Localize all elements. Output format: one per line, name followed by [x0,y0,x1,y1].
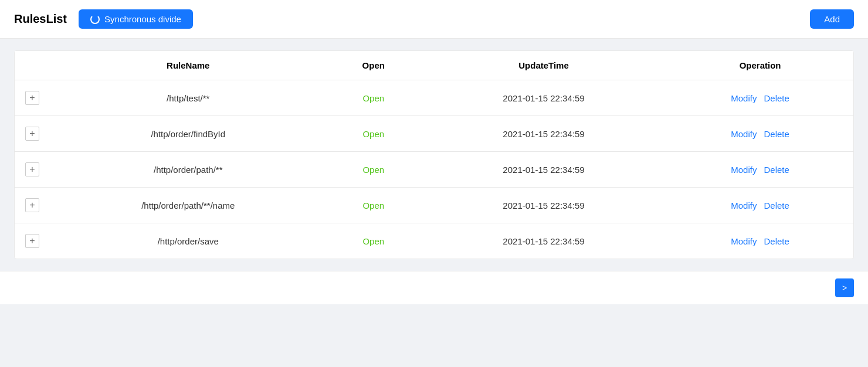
rules-table: RuleName Open UpdateTime Operation + /ht… [15,51,853,259]
status-badge: Open [362,129,384,139]
expand-cell: + [15,188,50,223]
open-cell: Open [327,80,421,116]
add-button[interactable]: Add [810,9,854,29]
col-expand [15,51,50,80]
delete-link[interactable]: Delete [764,129,789,139]
rulename-cell: /http/order/save [50,223,327,259]
sync-button[interactable]: Synchronous divide [79,9,193,29]
delete-link[interactable]: Delete [764,201,789,210]
table-row: + /http/order/save Open 2021-01-15 22:34… [15,223,853,259]
modify-link[interactable]: Modify [731,129,757,139]
status-badge: Open [362,236,384,246]
open-cell: Open [327,188,421,223]
sync-button-label: Synchronous divide [104,14,181,24]
rules-table-wrapper: RuleName Open UpdateTime Operation + /ht… [14,50,854,259]
col-rulename: RuleName [50,51,327,80]
table-header: RuleName Open UpdateTime Operation [15,51,853,80]
open-cell: Open [327,116,421,152]
operation-cell: Modify Delete [667,116,853,152]
open-cell: Open [327,223,421,259]
operation-cell: Modify Delete [667,80,853,116]
expand-button[interactable]: + [25,127,39,141]
expand-cell: + [15,116,50,152]
modify-link[interactable]: Modify [731,236,757,246]
expand-cell: + [15,80,50,116]
expand-cell: + [15,152,50,188]
updatetime-cell: 2021-01-15 22:34:59 [421,80,667,116]
col-open: Open [327,51,421,80]
updatetime-cell: 2021-01-15 22:34:59 [421,116,667,152]
updatetime-cell: 2021-01-15 22:34:59 [421,223,667,259]
modify-link[interactable]: Modify [731,201,757,210]
status-badge: Open [362,165,384,175]
sync-icon [90,15,100,24]
table-row: + /http/order/path/** Open 2021-01-15 22… [15,152,853,188]
operation-cell: Modify Delete [667,223,853,259]
content-area: RuleName Open UpdateTime Operation + /ht… [0,39,868,271]
pagination-next-button[interactable]: > [835,278,854,297]
open-cell: Open [327,152,421,188]
rulename-cell: /http/order/findById [50,116,327,152]
updatetime-cell: 2021-01-15 22:34:59 [421,188,667,223]
table-row: + /http/order/findById Open 2021-01-15 2… [15,116,853,152]
rulename-cell: /http/test/** [50,80,327,116]
delete-link[interactable]: Delete [764,93,789,103]
col-operation: Operation [667,51,853,80]
operation-cell: Modify Delete [667,152,853,188]
table-body: + /http/test/** Open 2021-01-15 22:34:59… [15,80,853,259]
delete-link[interactable]: Delete [764,236,789,246]
col-updatetime: UpdateTime [421,51,667,80]
status-badge: Open [362,201,384,210]
expand-button[interactable]: + [25,162,39,176]
expand-button[interactable]: + [25,198,39,212]
operation-buttons: Modify Delete [674,165,846,175]
delete-link[interactable]: Delete [764,165,789,175]
modify-link[interactable]: Modify [731,93,757,103]
operation-buttons: Modify Delete [674,201,846,210]
page-header: RulesList Synchronous divide Add [0,0,868,39]
operation-buttons: Modify Delete [674,129,846,139]
rulename-cell: /http/order/path/**/name [50,188,327,223]
operation-cell: Modify Delete [667,188,853,223]
expand-cell: + [15,223,50,259]
updatetime-cell: 2021-01-15 22:34:59 [421,152,667,188]
table-row: + /http/test/** Open 2021-01-15 22:34:59… [15,80,853,116]
operation-buttons: Modify Delete [674,236,846,246]
expand-button[interactable]: + [25,91,39,105]
page-title: RulesList [14,12,67,26]
status-badge: Open [362,93,384,103]
footer-bar: > [0,271,868,304]
table-row: + /http/order/path/**/name Open 2021-01-… [15,188,853,223]
rulename-cell: /http/order/path/** [50,152,327,188]
operation-buttons: Modify Delete [674,93,846,103]
expand-button[interactable]: + [25,234,39,248]
modify-link[interactable]: Modify [731,165,757,175]
